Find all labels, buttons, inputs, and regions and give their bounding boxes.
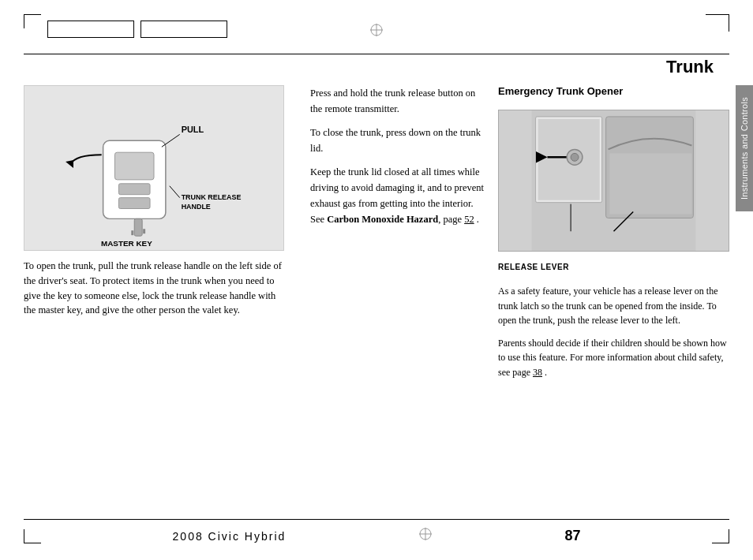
page-container: Trunk	[0, 0, 753, 560]
emergency-title: Emergency Trunk Opener	[498, 85, 729, 97]
bold-text: Carbon Monoxide Hazard	[327, 214, 438, 225]
bottom-center-cross	[418, 526, 433, 546]
svg-rect-24	[610, 153, 692, 214]
page-number: 87	[564, 528, 580, 544]
svg-rect-6	[118, 184, 150, 195]
tab-box-2	[140, 21, 227, 38]
right-column: Emergency Trunk Opener	[498, 85, 729, 517]
left-body-text: To open the trunk, pull the trunk releas…	[24, 259, 292, 318]
trunk-illustration: PULL TRUNK RELEASE HANDLE MASTER KEY	[24, 85, 284, 251]
trunk-photo	[498, 110, 729, 252]
sidebar-tab-text: Instruments and Controls	[740, 97, 749, 200]
top-rule	[24, 54, 729, 54]
sidebar-tab: Instruments and Controls	[736, 85, 753, 211]
svg-rect-7	[118, 198, 150, 209]
bottom-left-corners	[24, 529, 41, 543]
top-right-corner-mark	[706, 14, 729, 32]
middle-body-text: Press and hold the trunk release button …	[310, 85, 489, 235]
footer-title: 2008 Civic Hybrid	[173, 530, 287, 543]
section-title: Trunk	[666, 57, 714, 77]
svg-point-22	[571, 153, 579, 161]
svg-text:PULL: PULL	[182, 125, 204, 134]
main-content: PULL TRUNK RELEASE HANDLE MASTER KEY To …	[24, 85, 729, 517]
col-divider-1	[296, 85, 297, 517]
right-para-1: As a safety feature, your vehicle has a …	[498, 284, 729, 328]
page-link-52[interactable]: 52	[464, 214, 474, 225]
top-center-cross	[369, 22, 384, 42]
svg-text:TRUNK RELEASE: TRUNK RELEASE	[182, 193, 242, 201]
bottom-bar: 2008 Civic Hybrid 87	[24, 519, 729, 546]
corner-br-mark	[712, 529, 729, 543]
svg-rect-5	[114, 152, 154, 180]
right-body-text: As a safety feature, your vehicle has a …	[498, 284, 729, 388]
page-link-38[interactable]: 38	[533, 367, 542, 378]
middle-column: Press and hold the trunk release button …	[301, 85, 498, 517]
tab-box-1	[47, 21, 134, 38]
svg-text:HANDLE: HANDLE	[182, 203, 211, 211]
left-column: PULL TRUNK RELEASE HANDLE MASTER KEY To …	[24, 85, 292, 517]
mid-para-2: To close the trunk, press down on the tr…	[310, 125, 489, 156]
right-para-2: Parents should decide if their children …	[498, 336, 729, 380]
corner-tl-mark	[24, 14, 41, 28]
top-tab-boxes	[47, 21, 227, 38]
mid-para-3: Keep the trunk lid closed at all times w…	[310, 164, 489, 227]
svg-rect-8	[134, 218, 142, 236]
svg-rect-10	[143, 229, 145, 233]
mid-para-1: Press and hold the trunk release button …	[310, 85, 489, 117]
release-lever-label: RELEASE LEVER	[498, 263, 729, 271]
svg-text:MASTER KEY: MASTER KEY	[101, 239, 152, 248]
svg-rect-9	[131, 230, 133, 235]
corner-bl-mark	[24, 529, 41, 543]
